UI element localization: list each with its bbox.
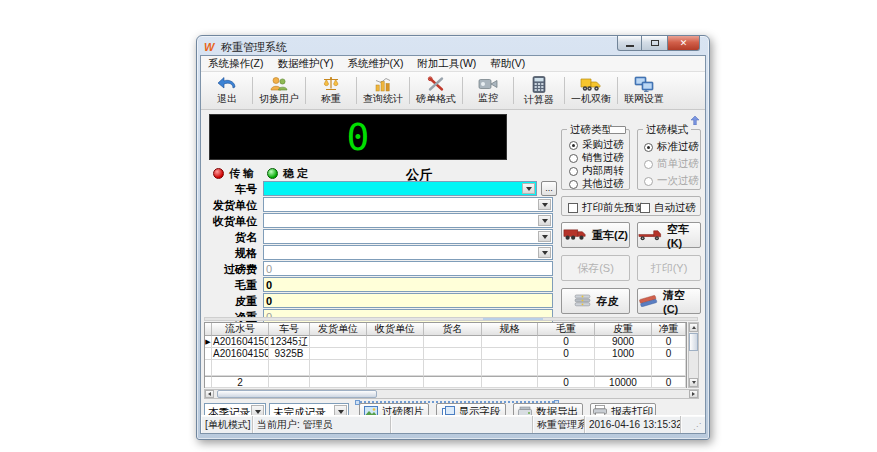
period-dropdown-button[interactable] bbox=[251, 405, 264, 415]
menu-extra-tools[interactable]: 附加工具(W) bbox=[410, 56, 483, 72]
summary-cell bbox=[482, 376, 538, 388]
col-spec[interactable]: 规格 bbox=[482, 323, 538, 336]
table-horizontal-scrollbar[interactable] bbox=[204, 389, 699, 399]
network-settings-button[interactable]: 联网设置 bbox=[619, 73, 669, 108]
receiver-dropdown-button[interactable] bbox=[538, 215, 551, 226]
gross-weight-input[interactable]: 0 bbox=[263, 277, 553, 292]
cell-goods[interactable] bbox=[424, 348, 482, 360]
tare-weight-input[interactable]: 0 bbox=[263, 293, 553, 308]
exit-button[interactable]: 退出 bbox=[203, 73, 251, 108]
scroll-down-button[interactable] bbox=[689, 378, 698, 387]
radio-sales[interactable]: 销售过磅 bbox=[569, 151, 624, 165]
cell-tare[interactable]: 1000 bbox=[595, 348, 652, 360]
preview-before-print-checkbox[interactable]: 打印前先预览 bbox=[568, 201, 645, 215]
cell-goods[interactable] bbox=[424, 336, 482, 348]
spec-dropdown-button[interactable] bbox=[538, 247, 551, 258]
maximize-button[interactable] bbox=[642, 36, 667, 51]
col-tare[interactable]: 皮重 bbox=[595, 323, 652, 336]
cell-serial[interactable]: A201604150007 bbox=[212, 336, 269, 348]
vehicle-more-button[interactable]: ... bbox=[541, 181, 557, 196]
sender-dropdown-button[interactable] bbox=[538, 199, 551, 210]
cell-tare[interactable]: 9000 bbox=[595, 336, 652, 348]
show-fields-button[interactable]: 显示字段 bbox=[436, 403, 506, 415]
sender-combobox[interactable] bbox=[263, 197, 553, 212]
fee-input[interactable]: 0 bbox=[263, 261, 553, 276]
cell-net[interactable]: 0 bbox=[652, 348, 686, 360]
minimize-button[interactable] bbox=[617, 36, 642, 51]
cell-receiver[interactable] bbox=[367, 348, 424, 360]
scrollbar-thumb[interactable] bbox=[483, 318, 543, 320]
records-table[interactable]: 流水号 车号 发货单位 收货单位 货名 规格 毛重 皮重 净重 ▶ A20160… bbox=[204, 322, 687, 388]
cell-receiver[interactable] bbox=[367, 336, 424, 348]
col-serial[interactable]: 流水号 bbox=[212, 323, 269, 336]
period-filter-combobox[interactable]: 本季记录 bbox=[204, 403, 266, 415]
ticket-format-button[interactable]: 磅单格式 bbox=[411, 73, 461, 108]
calculator-button[interactable]: 计算器 bbox=[515, 73, 563, 108]
goods-combobox[interactable] bbox=[263, 229, 553, 244]
cell-vehicle[interactable]: 12345辽 bbox=[269, 336, 310, 348]
titlebar[interactable]: W 称重管理系统 ✕ bbox=[197, 36, 709, 55]
col-gross[interactable]: 毛重 bbox=[538, 323, 595, 336]
stable-label: 稳 定 bbox=[283, 166, 308, 181]
table-vertical-scrollbar[interactable] bbox=[688, 322, 699, 388]
col-net[interactable]: 净重 bbox=[652, 323, 686, 336]
scroll-up-icon[interactable] bbox=[691, 111, 699, 129]
menu-system-maintenance[interactable]: 系统维护(X) bbox=[340, 56, 410, 72]
store-tare-button[interactable]: 存皮 bbox=[561, 288, 630, 314]
radio-other[interactable]: 其他过磅 bbox=[569, 177, 624, 191]
cell-gross[interactable]: 0 bbox=[538, 336, 595, 348]
minimize-icon bbox=[626, 45, 634, 47]
weighing-type-mini-button[interactable] bbox=[609, 126, 626, 134]
status-filter-combobox[interactable]: 未完成记录 bbox=[269, 403, 349, 415]
report-print-button[interactable]: 报表打印 bbox=[590, 403, 656, 415]
cell-gross[interactable]: 0 bbox=[538, 348, 595, 360]
query-statistics-button[interactable]: 查询统计 bbox=[358, 73, 408, 108]
vehicle-dropdown-button[interactable] bbox=[522, 183, 535, 194]
col-receiver[interactable]: 收货单位 bbox=[367, 323, 424, 336]
cell-sender[interactable] bbox=[310, 336, 367, 348]
radio-icon bbox=[644, 160, 653, 169]
spec-combobox[interactable] bbox=[263, 245, 553, 260]
switch-user-button[interactable]: 切换用户 bbox=[254, 73, 304, 108]
toolbar-separator bbox=[462, 77, 463, 104]
receiver-combobox[interactable] bbox=[263, 213, 553, 228]
radio-internal[interactable]: 内部周转 bbox=[569, 164, 624, 178]
scroll-up-button[interactable] bbox=[689, 323, 698, 332]
cell-spec[interactable] bbox=[482, 336, 538, 348]
cell-sender[interactable] bbox=[310, 348, 367, 360]
close-button[interactable]: ✕ bbox=[667, 36, 700, 51]
cell-serial[interactable]: A201604150004 bbox=[212, 348, 269, 360]
dual-scale-button[interactable]: 一机双衡 bbox=[566, 73, 616, 108]
auto-weigh-checkbox[interactable]: 自动过磅 bbox=[640, 201, 696, 215]
cell-net[interactable]: 0 bbox=[652, 336, 686, 348]
cell-vehicle[interactable]: 9325B bbox=[269, 348, 310, 360]
clear-button[interactable]: 清空(C) bbox=[637, 288, 701, 314]
cell-spec[interactable] bbox=[482, 348, 538, 360]
radio-purchase[interactable]: 采购过磅 bbox=[569, 138, 624, 152]
print-options-panel: 打印前先预览 自动过磅 bbox=[561, 196, 701, 216]
scroll-left-button[interactable] bbox=[205, 390, 214, 398]
data-export-button[interactable]: 数据导出 bbox=[513, 403, 583, 415]
goods-dropdown-button[interactable] bbox=[538, 231, 551, 242]
status-dropdown-button[interactable] bbox=[334, 405, 347, 415]
weighing-photo-button[interactable]: 过磅图片 bbox=[359, 403, 429, 415]
menu-system-operation[interactable]: 系统操作(Z) bbox=[201, 56, 270, 72]
triangle-right-icon bbox=[692, 392, 697, 396]
vehicle-combobox[interactable] bbox=[263, 181, 537, 196]
empty-truck-button[interactable]: 空车(K) bbox=[637, 222, 701, 248]
weigh-button[interactable]: 称重 bbox=[307, 73, 355, 108]
scrollbar-thumb[interactable] bbox=[217, 390, 377, 398]
heavy-truck-button[interactable]: 重车(Z) bbox=[561, 222, 630, 248]
menu-help[interactable]: 帮助(V) bbox=[483, 56, 532, 72]
scroll-right-button[interactable] bbox=[689, 390, 698, 398]
menu-data-maintenance[interactable]: 数据维护(Y) bbox=[270, 56, 340, 72]
col-goods[interactable]: 货名 bbox=[424, 323, 482, 336]
scrollbar-thumb[interactable] bbox=[689, 333, 698, 351]
table-top-scrollbar[interactable] bbox=[204, 317, 698, 321]
resize-grip[interactable]: ⋰ bbox=[681, 416, 705, 433]
col-sender[interactable]: 发货单位 bbox=[310, 323, 367, 336]
radio-standard[interactable]: 标准过磅 bbox=[644, 140, 699, 154]
col-vehicle[interactable]: 车号 bbox=[269, 323, 310, 336]
app-icon: W bbox=[204, 41, 217, 54]
monitor-button[interactable]: 监控 bbox=[464, 73, 512, 108]
